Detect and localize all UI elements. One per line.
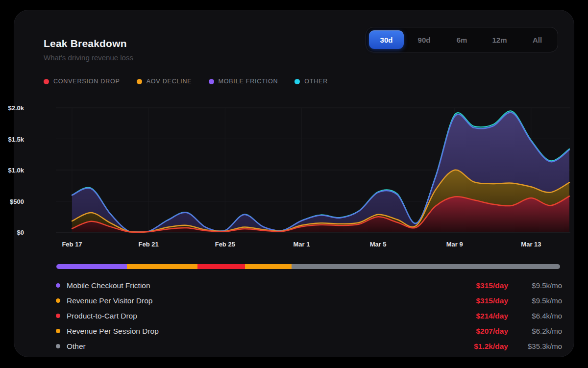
dist-segment-product-to-cart-drop bbox=[197, 264, 245, 269]
dist-segment-mobile-checkout-friction bbox=[56, 264, 127, 269]
per-day-value: $1.2k/day bbox=[444, 342, 508, 351]
per-day-value: $207/day bbox=[444, 327, 508, 336]
legend-label: MOBILE FRICTION bbox=[219, 78, 278, 85]
time-range-selector: 30d90d6m12mAll bbox=[366, 27, 558, 52]
breakdown-row-other[interactable]: Other$1.2k/day$35.3k/mo bbox=[56, 339, 562, 354]
breakdown-row-revenue-per-session-drop[interactable]: Revenue Per Session Drop$207/day$6.2k/mo bbox=[56, 323, 562, 339]
other-dot-icon bbox=[56, 344, 60, 348]
leak-breakdown-card: Leak Breakdown What's driving revenue lo… bbox=[14, 10, 574, 357]
dist-segment-revenue-per-visitor-drop bbox=[127, 264, 197, 269]
y-tick-2-0k: $2.0k bbox=[0, 104, 24, 112]
x-tick-feb-25: Feb 25 bbox=[215, 241, 235, 248]
per-day-value: $214/day bbox=[444, 312, 508, 320]
breakdown-label: Revenue Per Session Drop bbox=[67, 327, 444, 336]
x-tick-mar-5: Mar 5 bbox=[370, 241, 387, 248]
per-month-value: $9.5k/mo bbox=[508, 296, 562, 305]
y-tick-0: $0 bbox=[0, 229, 24, 236]
product-to-cart-drop-dot-icon bbox=[56, 314, 60, 318]
x-tick-feb-21: Feb 21 bbox=[139, 241, 159, 248]
range-option-30d[interactable]: 30d bbox=[369, 30, 404, 49]
per-month-value: $35.3k/mo bbox=[508, 342, 562, 350]
y-tick-500: $500 bbox=[0, 197, 24, 205]
range-option-12m[interactable]: 12m bbox=[482, 30, 517, 49]
per-month-value: $6.4k/mo bbox=[508, 312, 562, 320]
x-tick-mar-9: Mar 9 bbox=[446, 241, 463, 248]
page-subtitle: What's driving revenue loss bbox=[44, 53, 133, 62]
breakdown-row-revenue-per-visitor-drop[interactable]: Revenue Per Visitor Drop$315/day$9.5k/mo bbox=[56, 293, 562, 308]
legend-label: CONVERSION DROP bbox=[53, 78, 120, 85]
aov-decline-dot-icon bbox=[137, 79, 142, 84]
chart-legend: CONVERSION DROPAOV DECLINEMOBILE FRICTIO… bbox=[44, 78, 328, 85]
legend-label: OTHER bbox=[304, 78, 328, 85]
per-month-value: $9.5k/mo bbox=[508, 281, 562, 290]
other-dot-icon bbox=[294, 79, 300, 84]
mobile-friction-dot-icon bbox=[209, 79, 214, 84]
stacked-area-chart bbox=[56, 106, 570, 234]
y-tick-1-5k: $1.5k bbox=[0, 135, 24, 143]
breakdown-row-mobile-checkout-friction[interactable]: Mobile Checkout Friction$315/day$9.5k/mo bbox=[56, 278, 562, 293]
x-tick-mar-13: Mar 13 bbox=[521, 241, 541, 248]
distribution-bar bbox=[56, 264, 560, 269]
revenue-per-visitor-drop-dot-icon bbox=[56, 298, 60, 303]
dist-segment-revenue-per-session-drop bbox=[245, 264, 292, 269]
conversion-drop-dot-icon bbox=[44, 79, 49, 84]
per-day-value: $315/day bbox=[444, 296, 508, 305]
breakdown-label: Revenue Per Visitor Drop bbox=[67, 296, 444, 305]
range-option-6m[interactable]: 6m bbox=[444, 30, 479, 49]
per-day-value: $315/day bbox=[444, 281, 508, 290]
breakdown-row-product-to-cart-drop[interactable]: Product-to-Cart Drop$214/day$6.4k/mo bbox=[56, 308, 562, 323]
revenue-per-session-drop-dot-icon bbox=[56, 329, 60, 333]
breakdown-label: Other bbox=[67, 342, 444, 351]
y-tick-1-0k: $1.0k bbox=[0, 167, 24, 174]
legend-label: AOV DECLINE bbox=[147, 78, 192, 85]
breakdown-label: Product-to-Cart Drop bbox=[67, 312, 444, 320]
range-option-90d[interactable]: 90d bbox=[407, 30, 441, 49]
legend-item-aov-decline[interactable]: AOV DECLINE bbox=[137, 78, 192, 85]
range-option-all[interactable]: All bbox=[520, 30, 555, 49]
page-title: Leak Breakdown bbox=[44, 38, 127, 49]
mobile-checkout-friction-dot-icon bbox=[56, 283, 60, 288]
breakdown-label: Mobile Checkout Friction bbox=[67, 281, 444, 290]
legend-item-mobile-friction[interactable]: MOBILE FRICTION bbox=[209, 78, 278, 85]
per-month-value: $6.2k/mo bbox=[508, 327, 562, 335]
x-tick-mar-1: Mar 1 bbox=[293, 241, 310, 248]
legend-item-other[interactable]: OTHER bbox=[294, 78, 328, 85]
breakdown-list: Mobile Checkout Friction$315/day$9.5k/mo… bbox=[56, 278, 562, 354]
legend-item-conversion-drop[interactable]: CONVERSION DROP bbox=[44, 78, 120, 85]
x-tick-feb-17: Feb 17 bbox=[62, 241, 82, 248]
dist-segment-other bbox=[292, 264, 560, 269]
